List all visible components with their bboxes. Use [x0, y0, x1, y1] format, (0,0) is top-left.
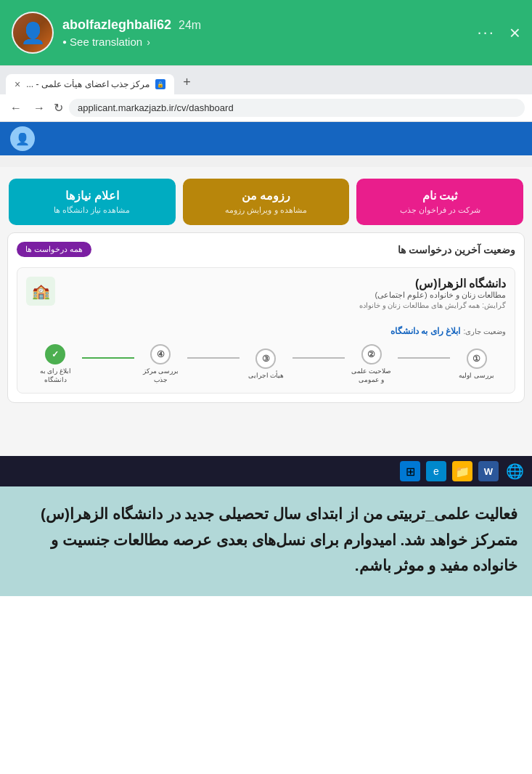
university-card-header: دانشگاه الزهرا(س) مطالعات زنان و خانواده…	[26, 277, 506, 318]
word-icon[interactable]: W	[478, 461, 499, 481]
tab-label: مرکز جذب اعضای هیأت علمی - ...	[26, 79, 150, 89]
avatar-image: 👤	[13, 13, 52, 52]
step-label-3: هیأت اجرایی	[248, 372, 285, 380]
chevron-right-icon: ›	[147, 36, 150, 48]
back-button[interactable]: ←	[7, 100, 25, 116]
needs-card[interactable]: اعلام نیازها مشاهده نیاز دانشگاه ها	[9, 179, 176, 225]
step-1: ① بررسی اولیه	[450, 349, 503, 380]
university-logo: 🏫	[26, 277, 55, 306]
close-button[interactable]: ×	[510, 22, 520, 44]
step-4: ④ بررسی مرکز جذب	[134, 344, 187, 384]
avatar: 👤	[12, 12, 54, 54]
browser-window: 🔒 مرکز جذب اعضای هیأت علمی - ... × + ← →…	[0, 65, 532, 122]
all-requests-button[interactable]: همه درخواست ها	[17, 242, 91, 257]
username-row: abolfazleghbali62 24m	[62, 17, 201, 33]
status-label: وضعیت جاری:	[463, 327, 506, 335]
new-tab-button[interactable]: +	[177, 70, 197, 94]
requests-title: وضعیت آخرین درخواست ها	[398, 244, 515, 256]
step-connector-4-5	[82, 357, 135, 359]
tab-favicon: 🔒	[155, 79, 165, 89]
website-content: 👤 ثبت نام شرکت در فراخوان جذب رزومه من م…	[0, 122, 532, 456]
university-name: دانشگاه الزهرا(س)	[359, 277, 506, 290]
step-5: ✓ ابلاغ رای به دانشگاه	[29, 344, 82, 384]
spacer	[0, 155, 532, 167]
register-card-title: ثبت نام	[364, 189, 516, 203]
status-value: ابلاغ رای به دانشگاه	[390, 326, 460, 336]
taskbar: ⊞ e 📁 W 🌐	[0, 456, 532, 486]
step-label-4: بررسی مرکز جذب	[141, 367, 181, 384]
step-label-5: ابلاغ رای به دانشگاه	[36, 367, 75, 384]
university-info: دانشگاه الزهرا(س) مطالعات زنان و خانواده…	[359, 277, 506, 318]
register-card[interactable]: ثبت نام شرکت در فراخوان جذب	[356, 179, 523, 225]
phone-container: 👤 abolfazleghbali62 24m See translation …	[0, 0, 532, 774]
header-actions: ··· ×	[477, 22, 520, 44]
site-logo-avatar: 👤	[10, 126, 35, 151]
step-circle-1: ①	[467, 349, 487, 369]
university-card: دانشگاه الزهرا(س) مطالعات زنان و خانواده…	[17, 267, 515, 394]
time-ago: 24m	[179, 19, 201, 32]
step-circle-5: ✓	[45, 344, 65, 364]
resume-card-title: رزومه من	[190, 189, 343, 203]
user-info: abolfazleghbali62 24m See translation ›	[62, 17, 201, 48]
browser-tab-bar: 🔒 مرکز جذب اعضای هیأت علمی - ... × +	[0, 66, 532, 94]
story-header: 👤 abolfazleghbali62 24m See translation …	[0, 0, 532, 65]
register-card-subtitle: شرکت در فراخوان جذب	[364, 205, 516, 215]
edge-icon[interactable]: e	[426, 461, 446, 481]
caption-area: فعالیت علمی_تربیتی من از ابتدای سال تحصی…	[0, 486, 532, 596]
site-header-bar: 👤	[0, 122, 532, 155]
step-label-1: بررسی اولیه	[459, 372, 494, 380]
step-2: ② صلاحیت علمی و عمومی	[345, 344, 398, 384]
action-cards: ثبت نام شرکت در فراخوان جذب رزومه من مشا…	[0, 167, 532, 232]
more-options-button[interactable]: ···	[477, 23, 494, 42]
username: abolfazleghbali62	[62, 17, 171, 33]
step-label-2: صلاحیت علمی و عمومی	[351, 367, 391, 384]
folder-icon[interactable]: 📁	[452, 461, 472, 481]
progress-steps: ① بررسی اولیه ② صلاحیت علمی و عمومی ③ هی…	[26, 344, 506, 384]
see-translation-text: See translation	[70, 36, 142, 48]
requests-section: وضعیت آخرین درخواست ها همه درخواست ها دا…	[7, 232, 525, 403]
step-connector-2-3	[292, 357, 345, 359]
address-bar-input[interactable]	[69, 99, 525, 117]
caption-text: فعالیت علمی_تربیتی من از ابتدای سال تحصی…	[15, 501, 517, 579]
step-circle-2: ②	[361, 344, 382, 364]
current-status: وضعیت جاری: ابلاغ رای به دانشگاه	[26, 324, 506, 337]
resume-card[interactable]: رزومه من مشاهده و ویرایش رزومه	[183, 179, 350, 225]
step-connector-3-4	[187, 357, 240, 359]
see-translation[interactable]: See translation ›	[62, 36, 201, 48]
university-field: گرایش: همه گرایش های مطالعات زنان و خانو…	[359, 301, 506, 309]
step-connector-1-2	[398, 357, 451, 359]
reload-button[interactable]: ↻	[54, 101, 63, 115]
needs-card-subtitle: مشاهده نیاز دانشگاه ها	[16, 205, 168, 215]
step-circle-3: ③	[255, 349, 276, 369]
university-dept: مطالعات زنان و خانواده (علوم اجتماعی)	[359, 290, 506, 300]
browser-address-bar: ← → ↻	[0, 94, 532, 122]
step-3: ③ هیأت اجرایی	[240, 349, 292, 380]
resume-card-subtitle: مشاهده و ویرایش رزومه	[190, 205, 343, 215]
windows-icon[interactable]: ⊞	[400, 461, 420, 481]
forward-button[interactable]: →	[30, 100, 48, 116]
step-circle-4: ④	[150, 344, 171, 364]
chrome-icon[interactable]: 🌐	[504, 461, 525, 481]
requests-header: وضعیت آخرین درخواست ها همه درخواست ها	[17, 242, 515, 257]
story-header-left: 👤 abolfazleghbali62 24m See translation …	[12, 12, 201, 54]
needs-card-title: اعلام نیازها	[16, 189, 168, 203]
tab-close-button[interactable]: ×	[15, 78, 20, 90]
browser-tab-active[interactable]: 🔒 مرکز جذب اعضای هیأت علمی - ... ×	[6, 74, 174, 94]
